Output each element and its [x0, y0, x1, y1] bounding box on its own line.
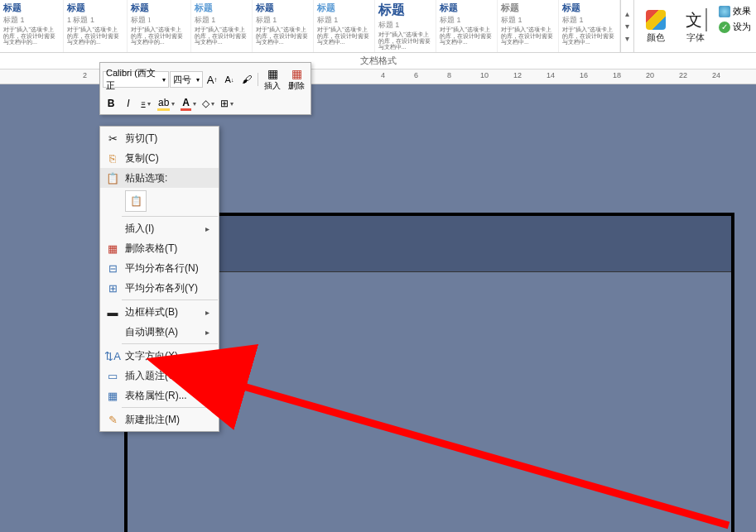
- gallery-more-icon[interactable]: ▾: [624, 32, 631, 45]
- colors-label: 颜色: [647, 31, 665, 44]
- set-default-label: 设为: [733, 21, 751, 33]
- ruler-mark: 6: [414, 71, 418, 79]
- clipboard-icon: 📋: [104, 172, 122, 185]
- distribute-cols-icon: ⊞: [104, 282, 122, 295]
- text-direction-icon: ⇅A: [104, 350, 122, 362]
- font-family-value: Calibri (西文正: [106, 67, 162, 92]
- bold-button[interactable]: B: [103, 95, 119, 112]
- font-size-select[interactable]: 四号▾: [170, 71, 203, 88]
- menu-delete-table[interactable]: ▦ 删除表格(T): [100, 238, 219, 258]
- scissors-icon: ✂: [104, 132, 122, 145]
- ruler-mark: 8: [447, 71, 451, 79]
- distribute-rows-icon: ⊟: [104, 262, 122, 275]
- set-default-button[interactable]: ✓ 设为: [719, 21, 751, 33]
- italic-button[interactable]: I: [120, 95, 137, 112]
- style-item[interactable]: 标题 1 标题 1 对于"插入"选项卡上的库，在设计时需要与文档中的...: [64, 0, 128, 52]
- menu-copy[interactable]: ⎘ 复制(C): [100, 148, 219, 168]
- shrink-font-button[interactable]: A↓: [221, 71, 238, 88]
- style-item[interactable]: 标题 标题 1 对于"插入"选项卡上的库，在设计时需要与文档中...: [436, 0, 498, 52]
- menu-separator: [122, 407, 218, 408]
- copy-icon: ⎘: [104, 152, 122, 165]
- delete-table-icon: ▦: [104, 242, 122, 255]
- style-subtitle: 标题 1: [440, 15, 494, 26]
- menu-paste-options[interactable]: 📋 粘贴选项:: [100, 168, 219, 188]
- style-title: 标题: [67, 2, 123, 14]
- style-preview: 对于"插入"选项卡上的库，在设计时需要与文档中...: [378, 31, 432, 50]
- gallery-down-icon[interactable]: ▾: [624, 20, 631, 32]
- chevron-right-icon: ▸: [205, 224, 215, 233]
- menu-border-styles[interactable]: ▬ 边框样式(B) ▸: [100, 302, 219, 322]
- style-item[interactable]: 标题 标题 1 对于"插入"选项卡上的库，在设计时需要与文档中...: [253, 0, 314, 52]
- style-preview: 对于"插入"选项卡上的库，在设计时需要与文档中...: [256, 26, 310, 50]
- effects-column: 效果 ✓ 设为: [717, 2, 753, 50]
- menu-table-properties[interactable]: ▦ 表格属性(R)...: [100, 386, 219, 405]
- context-menu: ✂ 剪切(T) ⎘ 复制(C) 📋 粘贴选项: 📋 插入(I) ▸ ▦ 删除表格…: [99, 126, 219, 432]
- font-family-select[interactable]: Calibri (西文正▾: [103, 71, 169, 88]
- style-title: 标题: [378, 2, 432, 19]
- menu-new-comment[interactable]: ✎ 新建批注(M): [100, 410, 219, 429]
- style-item[interactable]: 标题 标题 1 对于"插入"选项卡上的库，在设计时需要与文档中...: [559, 0, 620, 52]
- ruler-mark: 16: [580, 71, 588, 79]
- style-item[interactable]: 标题 标题 1 对于"插入"选项卡上的库，在设计时需要与文档中...: [191, 0, 253, 52]
- effects-icon: [719, 6, 730, 17]
- style-item[interactable]: 标题 标题 1 对于"插入"选项卡上的库，在设计时需要与文档中...: [498, 0, 559, 52]
- ruler-mark: 14: [547, 71, 555, 79]
- style-subtitle: 标题 1: [378, 20, 432, 31]
- style-preview: 对于"插入"选项卡上的库，在设计时需要与文档中的...: [3, 26, 60, 50]
- colors-button[interactable]: 颜色: [638, 2, 674, 50]
- menu-cut[interactable]: ✂ 剪切(T): [100, 128, 219, 148]
- menu-text-direction[interactable]: ⇅A 文字方向(X)...: [100, 346, 219, 366]
- font-size-value: 四号: [173, 74, 191, 86]
- style-title: 标题: [501, 2, 555, 14]
- style-preview: 对于"插入"选项卡上的库，在设计时需要与文档中...: [562, 26, 616, 50]
- borders-button[interactable]: ⊞▾: [218, 95, 236, 112]
- shading-button[interactable]: ◇▾: [200, 95, 217, 112]
- fonts-button[interactable]: 文 字体: [677, 2, 714, 50]
- highlight-button[interactable]: ab▾: [155, 95, 177, 112]
- menu-distribute-rows[interactable]: ⊟ 平均分布各行(N): [100, 258, 219, 278]
- paintbrush-icon: 🖌: [242, 74, 252, 85]
- border-style-icon: ▬: [104, 306, 122, 319]
- insert-label: 插入: [264, 80, 281, 92]
- style-item[interactable]: 标题 标题 1 对于"插入"选项卡上的库，在设计时需要与文档中的...: [0, 0, 64, 52]
- style-item[interactable]: 标题 标题 1 对于"插入"选项卡上的库，在设计时需要与文档中...: [375, 0, 436, 52]
- paste-keep-source-button[interactable]: 📋: [125, 190, 147, 212]
- style-item[interactable]: 标题 标题 1 对于"插入"选项卡上的库，在设计时需要与文档中的...: [128, 0, 191, 52]
- delete-table-button[interactable]: ▦ 删除: [285, 65, 308, 93]
- gallery-up-icon[interactable]: ▴: [624, 7, 631, 20]
- menu-paste-option-row: 📋: [100, 188, 219, 214]
- font-color-button[interactable]: A▾: [178, 95, 199, 112]
- comment-icon: ✎: [104, 414, 122, 426]
- style-title: 标题: [440, 2, 494, 14]
- gallery-expand: ▴ ▾ ▾: [621, 0, 634, 52]
- grow-font-button[interactable]: A↑: [204, 71, 220, 88]
- ruler-mark: 4: [381, 71, 385, 79]
- menu-auto-fit[interactable]: 自动调整(A) ▸: [100, 322, 219, 342]
- style-preview: 对于"插入"选项卡上的库，在设计时需要与文档中的...: [67, 26, 123, 50]
- style-preview: 对于"插入"选项卡上的库，在设计时需要与文档中...: [317, 26, 371, 50]
- style-subtitle: 标题 1: [256, 15, 310, 26]
- ruler-mark: 2: [83, 71, 87, 79]
- style-subtitle: 标题 1: [131, 15, 187, 26]
- ruler-mark: 10: [480, 71, 489, 79]
- insert-table-button[interactable]: ▦ 插入: [261, 65, 284, 93]
- style-preview: 对于"插入"选项卡上的库，在设计时需要与文档中...: [440, 26, 494, 50]
- format-painter-button[interactable]: 🖌: [238, 71, 255, 88]
- highlight-icon: ab: [157, 97, 170, 111]
- style-title: 标题: [195, 2, 248, 14]
- effects-button[interactable]: 效果: [719, 5, 751, 17]
- menu-separator: [122, 300, 218, 300]
- menu-insert[interactable]: 插入(I) ▸: [100, 218, 219, 238]
- caption-icon: ▭: [104, 370, 122, 382]
- effects-label: 效果: [733, 5, 751, 17]
- paste-clipboard-icon: 📋: [130, 195, 142, 207]
- menu-insert-caption[interactable]: ▭ 插入题注(C)...: [100, 366, 219, 386]
- style-item[interactable]: 标题 标题 1 对于"插入"选项卡上的库，在设计时需要与文档中...: [314, 0, 375, 52]
- style-preview: 对于"插入"选项卡上的库，在设计时需要与文档中...: [195, 26, 248, 50]
- ruler-mark: 20: [646, 71, 654, 79]
- ruler-mark: 24: [712, 71, 720, 79]
- underline-button[interactable]: ≡▾: [137, 95, 154, 112]
- bucket-icon: ◇: [202, 98, 209, 109]
- style-subtitle: 标题 1: [501, 15, 555, 26]
- menu-distribute-cols[interactable]: ⊞ 平均分布各列(Y): [100, 278, 219, 298]
